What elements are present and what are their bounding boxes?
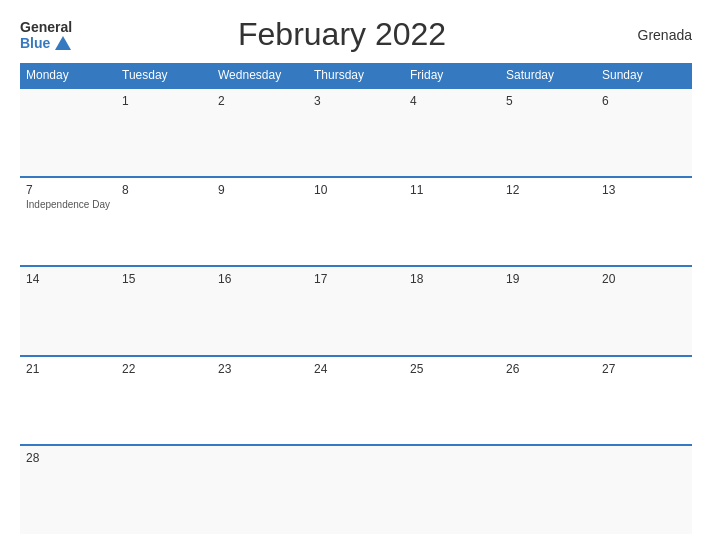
calendar-cell: 18 [404,266,500,355]
calendar-header: General Blue February 2022 Grenada [20,16,692,53]
day-number: 26 [506,362,590,376]
calendar-cell: 2 [212,88,308,177]
calendar-cell [20,88,116,177]
calendar-cell: 4 [404,88,500,177]
calendar-cell: 6 [596,88,692,177]
calendar-cell [308,445,404,534]
day-number: 22 [122,362,206,376]
calendar-cell: 19 [500,266,596,355]
day-number: 12 [506,183,590,197]
day-number: 3 [314,94,398,108]
calendar-cell [116,445,212,534]
day-number: 25 [410,362,494,376]
day-number: 19 [506,272,590,286]
day-number: 11 [410,183,494,197]
logo-general-text: General [20,19,72,35]
calendar-cell: 24 [308,356,404,445]
day-number: 9 [218,183,302,197]
calendar-cell: 17 [308,266,404,355]
day-of-week-header: Wednesday [212,63,308,88]
calendar-cell: 7Independence Day [20,177,116,266]
calendar-cell [404,445,500,534]
calendar-cell [212,445,308,534]
day-number: 13 [602,183,686,197]
day-of-week-header: Monday [20,63,116,88]
calendar-cell: 20 [596,266,692,355]
logo-blue-text: Blue [20,35,72,51]
calendar-week-row: 21222324252627 [20,356,692,445]
day-of-week-header: Sunday [596,63,692,88]
calendar-cell: 25 [404,356,500,445]
calendar-cell: 5 [500,88,596,177]
day-number: 24 [314,362,398,376]
day-number: 6 [602,94,686,108]
day-number: 4 [410,94,494,108]
calendar-cell: 15 [116,266,212,355]
calendar-cell: 13 [596,177,692,266]
day-number: 20 [602,272,686,286]
calendar-cell: 16 [212,266,308,355]
logo-triangle-icon [55,36,71,50]
calendar-week-row: 7Independence Day8910111213 [20,177,692,266]
day-number: 15 [122,272,206,286]
day-number: 14 [26,272,110,286]
day-number: 1 [122,94,206,108]
day-number: 7 [26,183,110,197]
event-label: Independence Day [26,199,110,210]
day-number: 5 [506,94,590,108]
day-number: 18 [410,272,494,286]
day-number: 27 [602,362,686,376]
calendar-cell: 14 [20,266,116,355]
calendar-cell: 27 [596,356,692,445]
calendar-cell [596,445,692,534]
calendar-cell: 11 [404,177,500,266]
calendar-body: 1234567Independence Day89101112131415161… [20,88,692,534]
day-of-week-header: Tuesday [116,63,212,88]
calendar-title: February 2022 [72,16,612,53]
day-number: 2 [218,94,302,108]
day-of-week-header: Saturday [500,63,596,88]
day-number: 17 [314,272,398,286]
calendar-cell: 9 [212,177,308,266]
calendar-header-row: MondayTuesdayWednesdayThursdayFridaySatu… [20,63,692,88]
calendar-cell: 12 [500,177,596,266]
calendar-week-row: 14151617181920 [20,266,692,355]
calendar-table: MondayTuesdayWednesdayThursdayFridaySatu… [20,63,692,534]
calendar-cell: 1 [116,88,212,177]
calendar-cell: 3 [308,88,404,177]
calendar-cell: 10 [308,177,404,266]
country-label: Grenada [612,27,692,43]
calendar-cell [500,445,596,534]
calendar-cell: 26 [500,356,596,445]
calendar-cell: 8 [116,177,212,266]
days-of-week-row: MondayTuesdayWednesdayThursdayFridaySatu… [20,63,692,88]
logo: General Blue [20,19,72,51]
calendar-cell: 21 [20,356,116,445]
day-number: 28 [26,451,110,465]
day-number: 21 [26,362,110,376]
calendar-cell: 22 [116,356,212,445]
day-of-week-header: Thursday [308,63,404,88]
calendar-week-row: 123456 [20,88,692,177]
day-number: 16 [218,272,302,286]
day-number: 8 [122,183,206,197]
day-number: 23 [218,362,302,376]
calendar-cell: 28 [20,445,116,534]
day-of-week-header: Friday [404,63,500,88]
day-number: 10 [314,183,398,197]
calendar-week-row: 28 [20,445,692,534]
calendar-cell: 23 [212,356,308,445]
